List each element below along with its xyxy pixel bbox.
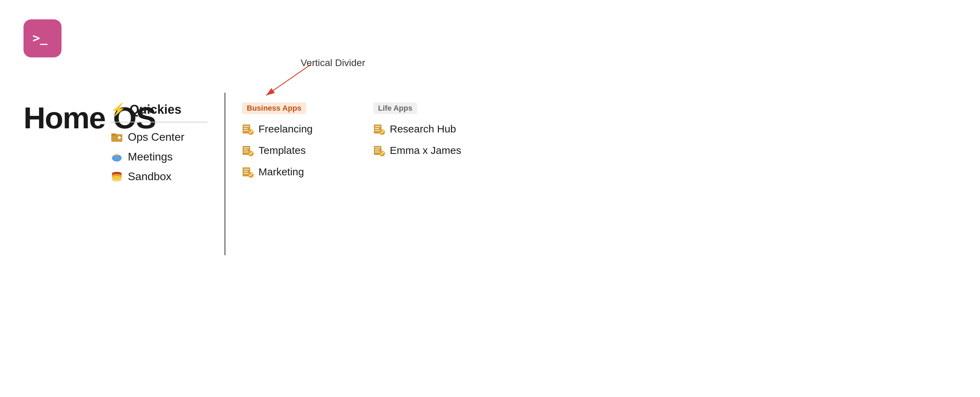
app-item-emma-james[interactable]: Emma x James xyxy=(373,145,498,156)
app-logo[interactable]: >_ xyxy=(24,19,62,57)
vertical-divider xyxy=(224,92,225,255)
sandbox-icon xyxy=(111,170,123,183)
research-hub-label: Research Hub xyxy=(390,123,456,135)
svg-text:>_: >_ xyxy=(32,31,48,45)
svg-rect-21 xyxy=(243,147,249,148)
svg-line-2 xyxy=(266,64,311,96)
business-apps-section: Business Apps Freelancing xyxy=(242,102,366,187)
freelancing-label: Freelancing xyxy=(258,123,313,135)
meetings-icon xyxy=(111,150,123,163)
app-item-research-hub[interactable]: Research Hub xyxy=(373,123,498,135)
life-apps-section: Life Apps Research Hub xyxy=(373,102,498,166)
svg-rect-23 xyxy=(243,151,248,153)
svg-rect-32 xyxy=(375,128,379,129)
meetings-label: Meetings xyxy=(128,150,173,163)
quickies-icon: ⚡ xyxy=(111,102,126,117)
svg-point-14 xyxy=(112,178,122,182)
svg-rect-31 xyxy=(375,126,380,127)
menu-item-ops-center[interactable]: Ops Center xyxy=(111,131,207,143)
svg-rect-18 xyxy=(243,130,248,131)
app-item-freelancing[interactable]: Freelancing xyxy=(242,123,366,135)
svg-rect-37 xyxy=(375,149,379,150)
app-item-templates[interactable]: Templates xyxy=(242,145,366,156)
menu-item-meetings[interactable]: Meetings xyxy=(111,150,207,163)
life-apps-badge: Life Apps xyxy=(373,102,417,114)
marketing-label: Marketing xyxy=(258,166,304,178)
freelancing-icon xyxy=(242,123,254,135)
templates-icon xyxy=(242,145,254,156)
svg-rect-17 xyxy=(243,128,248,129)
logo-container: >_ xyxy=(24,19,62,57)
ops-center-label: Ops Center xyxy=(128,131,185,143)
svg-rect-4 xyxy=(111,134,116,136)
svg-rect-28 xyxy=(243,173,248,174)
sandbox-label: Sandbox xyxy=(128,170,172,183)
svg-rect-16 xyxy=(243,126,249,127)
svg-rect-26 xyxy=(243,169,249,170)
menu-item-sandbox[interactable]: Sandbox xyxy=(111,170,207,183)
svg-rect-22 xyxy=(243,149,248,150)
svg-rect-27 xyxy=(243,171,248,172)
svg-rect-36 xyxy=(375,147,380,148)
ops-center-icon xyxy=(111,131,123,143)
emma-james-icon xyxy=(373,145,385,156)
quickies-section: ⚡ Quickies Ops Center Meetings xyxy=(111,102,207,190)
svg-rect-33 xyxy=(375,130,380,131)
annotation-label: Vertical Divider xyxy=(301,57,365,69)
app-item-marketing[interactable]: Marketing xyxy=(242,166,366,178)
quickies-title: Quickies xyxy=(130,102,181,117)
emma-james-label: Emma x James xyxy=(390,145,461,156)
quickies-header: ⚡ Quickies xyxy=(111,102,207,117)
business-apps-badge: Business Apps xyxy=(242,102,306,114)
templates-label: Templates xyxy=(258,145,306,156)
marketing-icon xyxy=(242,166,254,178)
svg-rect-38 xyxy=(375,151,380,153)
quickies-divider xyxy=(111,122,207,123)
research-hub-icon xyxy=(373,123,385,135)
